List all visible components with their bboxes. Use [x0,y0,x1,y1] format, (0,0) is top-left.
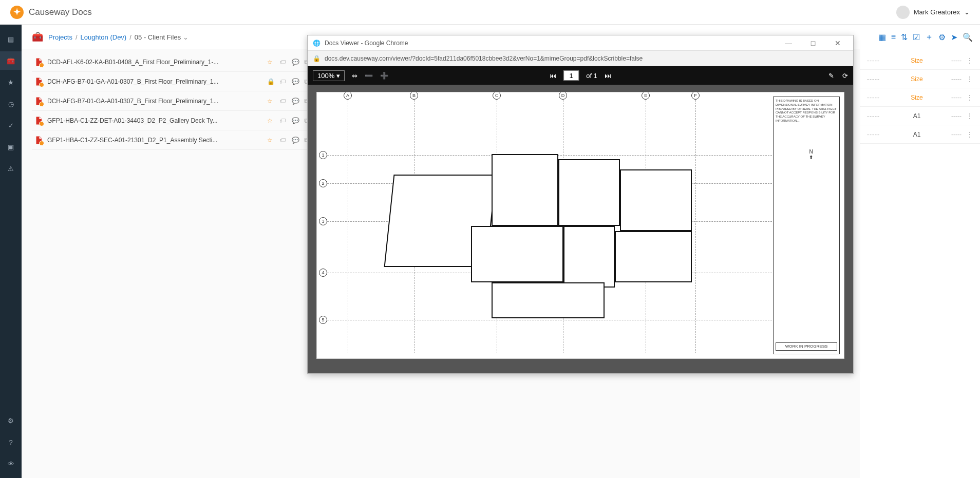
zoom-in-icon[interactable]: ➕ [380,72,388,80]
comment-icon[interactable]: 💬 [292,98,299,105]
star-icon[interactable]: ☆ [267,59,274,66]
file-row[interactable]: GFP1-HBA-C1-ZZ-DET-A01-34403_D2_P2_Galle… [32,111,313,130]
comment-icon[interactable]: 💬 [292,137,299,144]
nav-item-briefcase[interactable]: 🧰 [0,51,22,70]
file-row[interactable]: DCH-AFG-B7-01-GA-A01-0307_B_First Floor_… [32,91,313,111]
first-page-icon[interactable]: ⏮ [550,72,556,80]
comment-icon[interactable]: 💬 [292,117,299,124]
viewer-toolbar: 100% ▾ ⇔ ➖ ➕ ⏮ 1 of 1 ⏭ ✎ ⟳ [308,66,853,85]
pdf-icon [34,116,43,125]
property-value: A1 [888,112,946,120]
maximize-button[interactable]: □ [803,39,823,47]
property-value[interactable]: Size [888,94,946,101]
star-icon[interactable]: ☆ [267,137,274,144]
viewer-address-bar[interactable]: 🔒 docs.dev.causeway.com/viewer/?docId=5f… [308,51,853,66]
user-menu[interactable]: Mark Greatorex ⌄ [896,6,970,19]
rotate-icon[interactable]: ⟳ [842,72,848,80]
edit-icon[interactable]: ✎ [828,72,834,80]
nav-item-alert[interactable]: ⚠ [0,159,22,178]
breadcrumb-folder: 05 - Client Files [135,33,181,41]
user-name: Mark Greatorex [914,8,960,16]
avatar [896,6,910,19]
kebab-icon[interactable]: ⋮ [967,112,973,120]
chevron-down-icon: ▾ [336,72,340,80]
file-name: DCH-AFG-B7-01-GA-A01-0307_B_First Floor_… [47,98,263,105]
close-button[interactable]: ✕ [827,39,848,47]
tag-icon[interactable]: 🏷 [279,137,287,144]
file-row[interactable]: DCH-AFG-B7-01-GA-A01-0307_B_First Floor_… [32,72,313,91]
star-icon[interactable]: ☆ [267,117,274,124]
fit-width-icon[interactable]: ⇔ [352,72,357,80]
breadcrumb-dropdown-icon[interactable]: ⌄ [183,33,189,41]
viewer-window: 🌐 Docs Viewer - Google Chrome — □ ✕ 🔒 do… [307,35,854,374]
check-icon[interactable]: ☑ [913,32,920,42]
viewer-window-title: Docs Viewer - Google Chrome [325,40,408,47]
page-input[interactable]: 1 [563,70,579,81]
kebab-icon[interactable]: ⋮ [967,57,973,64]
nav-item-check[interactable]: ✓ [0,116,22,135]
tag-icon[interactable]: 🏷 [279,117,287,124]
nav-item-clock[interactable]: ◷ [0,94,22,113]
pdf-icon [34,77,43,86]
globe-icon: 🌐 [313,40,321,47]
nav-item-star[interactable]: ★ [0,73,22,91]
zoom-dropdown[interactable]: 100% ▾ [313,70,345,81]
plus-icon[interactable]: ＋ [925,32,933,43]
tag-icon[interactable]: 🏷 [279,78,287,85]
file-name: DCD-AFL-K6-02-KA-B01-0408_A_First Floor_… [47,59,263,66]
zoom-out-icon[interactable]: ➖ [365,72,373,80]
property-row[interactable]: ----- Size ----- ⋮ [860,88,980,107]
star-icon[interactable]: ☆ [267,98,274,105]
placeholder-dots: ----- [867,75,882,83]
breadcrumb-root[interactable]: Projects [48,33,72,41]
nav-item-eye[interactable]: 👁 [0,454,22,473]
nav-item-book[interactable]: ▤ [0,30,22,48]
file-name: GFP1-HBA-C1-ZZ-SEC-A01-21301_D2_P1_Assem… [47,137,263,144]
property-value[interactable]: Size [888,75,946,83]
brand-logo-icon: ✦ [10,6,24,19]
nav-item-settings[interactable]: ⚙ [0,411,22,430]
breadcrumb-project[interactable]: Loughton (Dev) [81,33,127,41]
placeholder-dots: ----- [867,57,882,64]
sort-icon[interactable]: ⇅ [901,32,908,42]
placeholder-dots: ----- [867,112,882,120]
file-row[interactable]: DCD-AFL-K6-02-KA-B01-0408_A_First Floor_… [32,52,313,72]
file-list: DCD-AFL-K6-02-KA-B01-0408_A_First Floor_… [32,52,313,150]
placeholder-dots: ----- [951,75,962,83]
file-name: GFP1-HBA-C1-ZZ-DET-A01-34403_D2_P2_Galle… [47,117,263,124]
comment-icon[interactable]: 💬 [292,59,299,66]
chevron-down-icon: ⌄ [964,8,970,16]
property-row[interactable]: ----- Size ----- ⋮ [860,70,980,88]
placeholder-dots: ----- [867,131,882,138]
pdf-icon [34,97,43,106]
nav-item-help[interactable]: ? [0,433,22,451]
viewer-canvas[interactable]: A B C D E F 1 2 3 4 5 [308,85,853,373]
kebab-icon[interactable]: ⋮ [967,131,973,138]
file-name: DCH-AFG-B7-01-GA-A01-0307_B_First Floor_… [47,78,263,85]
nav-item-inbox[interactable]: ▣ [0,138,22,156]
drawing-sheet: A B C D E F 1 2 3 4 5 [316,92,844,359]
minimize-button[interactable]: — [778,39,799,47]
columns-icon[interactable]: ▦ [878,32,886,42]
lock-icon[interactable]: 🔒 [267,78,274,85]
properties-panel: ▦ ≡ ⇅ ☑ ＋ ⚙ ➤ 🔍 ----- Size ----- ⋮ -----… [860,25,980,478]
property-row[interactable]: ----- Size ----- ⋮ [860,51,980,70]
search-icon[interactable]: 🔍 [963,32,973,42]
top-header: ✦ Causeway Docs Mark Greatorex ⌄ [0,0,980,25]
file-row[interactable]: GFP1-HBA-C1-ZZ-SEC-A01-21301_D2_P1_Assem… [32,130,313,150]
comment-icon[interactable]: 💬 [292,78,299,85]
tag-icon[interactable]: 🏷 [279,59,287,66]
settings-icon[interactable]: ⚙ [938,32,946,42]
viewer-titlebar[interactable]: 🌐 Docs Viewer - Google Chrome — □ ✕ [308,35,853,51]
kebab-icon[interactable]: ⋮ [967,75,973,83]
placeholder-dots: ----- [867,94,882,101]
kebab-icon[interactable]: ⋮ [967,94,973,101]
tag-icon[interactable]: 🏷 [279,98,287,105]
send-icon[interactable]: ➤ [951,32,957,42]
property-row[interactable]: ----- A1 ----- ⋮ [860,125,980,144]
list-icon[interactable]: ≡ [891,32,896,42]
property-row[interactable]: ----- A1 ----- ⋮ [860,107,980,125]
property-value[interactable]: Size [888,57,946,64]
last-page-icon[interactable]: ⏭ [605,72,611,80]
page-of-label: of 1 [586,72,597,80]
